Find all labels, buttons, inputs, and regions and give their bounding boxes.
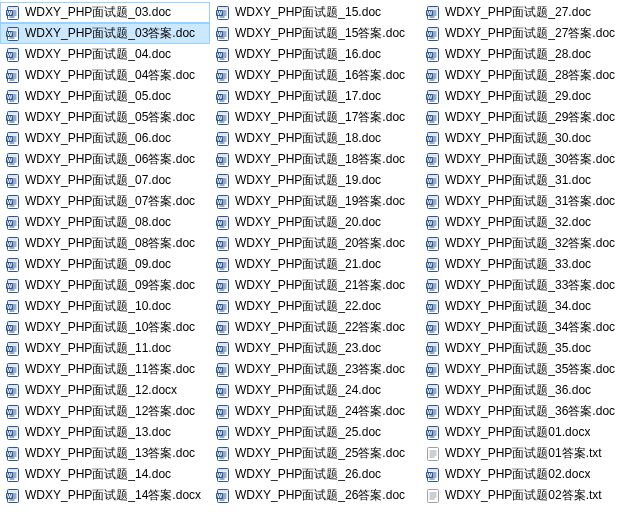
file-label: WDXY_PHP面试题_07.doc: [25, 172, 171, 189]
file-item[interactable]: WWDXY_PHP面试题_03答案.doc: [0, 23, 210, 44]
file-item[interactable]: WWDXY_PHP面试题_30.doc: [420, 128, 630, 149]
file-item[interactable]: WWDXY_PHP面试题_24.doc: [210, 380, 420, 401]
file-item[interactable]: WWDXY_PHP面试题_04.doc: [0, 44, 210, 65]
file-item[interactable]: WWDXY_PHP面试题_25.doc: [210, 422, 420, 443]
file-item[interactable]: WWDXY_PHP面试题01.docx: [420, 422, 630, 443]
file-label: WDXY_PHP面试题_28答案.doc: [445, 67, 615, 84]
file-item[interactable]: WWDXY_PHP面试题_34.doc: [420, 296, 630, 317]
file-item[interactable]: WWDXY_PHP面试题_23答案.doc: [210, 359, 420, 380]
svg-text:W: W: [7, 493, 13, 499]
file-item[interactable]: WWDXY_PHP面试题_18.doc: [210, 128, 420, 149]
word-doc-icon: W: [5, 236, 21, 252]
word-doc-icon: W: [425, 110, 441, 126]
file-item[interactable]: WWDXY_PHP面试题_31.doc: [420, 170, 630, 191]
file-item[interactable]: WWDXY_PHP面试题_26.doc: [210, 464, 420, 485]
file-item[interactable]: WWDXY_PHP面试题_19答案.doc: [210, 191, 420, 212]
file-item[interactable]: WWDXY_PHP面试题_31答案.doc: [420, 191, 630, 212]
file-item[interactable]: WWDXY_PHP面试题_12.docx: [0, 380, 210, 401]
file-item[interactable]: WWDXY_PHP面试题_06答案.doc: [0, 149, 210, 170]
file-item[interactable]: WWDXY_PHP面试题_08.doc: [0, 212, 210, 233]
file-item[interactable]: WWDXY_PHP面试题_07.doc: [0, 170, 210, 191]
file-item[interactable]: WWDXY_PHP面试题_27答案.doc: [420, 23, 630, 44]
file-item[interactable]: WWDXY_PHP面试题_33.doc: [420, 254, 630, 275]
svg-text:W: W: [7, 304, 13, 310]
file-item[interactable]: WWDXY_PHP面试题_23.doc: [210, 338, 420, 359]
word-doc-icon: W: [425, 215, 441, 231]
svg-text:W: W: [427, 10, 433, 16]
file-item[interactable]: WWDXY_PHP面试题_32.doc: [420, 212, 630, 233]
file-item[interactable]: WWDXY_PHP面试题_14.doc: [0, 464, 210, 485]
file-item[interactable]: WWDXY_PHP面试题_05.doc: [0, 86, 210, 107]
file-list-pane[interactable]: WWDXY_PHP面试题_03.docWWDXY_PHP面试题_03答案.doc…: [0, 0, 633, 515]
file-item[interactable]: WWDXY_PHP面试题_15.doc: [210, 2, 420, 23]
file-item[interactable]: WWDXY_PHP面试题_06.doc: [0, 128, 210, 149]
file-item[interactable]: WWDXY_PHP面试题_21.doc: [210, 254, 420, 275]
file-item[interactable]: WWDXY_PHP面试题_29.doc: [420, 86, 630, 107]
word-doc-icon: W: [215, 152, 231, 168]
file-item[interactable]: WWDXY_PHP面试题_16.doc: [210, 44, 420, 65]
word-doc-icon: W: [215, 341, 231, 357]
file-label: WDXY_PHP面试题_17答案.doc: [235, 109, 405, 126]
file-item[interactable]: WWDXY_PHP面试题_10.doc: [0, 296, 210, 317]
file-item[interactable]: WWDXY_PHP面试题_28答案.doc: [420, 65, 630, 86]
file-item[interactable]: WWDXY_PHP面试题_35答案.doc: [420, 359, 630, 380]
file-item[interactable]: WWDXY_PHP面试题_12答案.doc: [0, 401, 210, 422]
file-item[interactable]: WWDXY_PHP面试题_13.doc: [0, 422, 210, 443]
file-item[interactable]: WWDXY_PHP面试题_19.doc: [210, 170, 420, 191]
file-item[interactable]: WWDXY_PHP面试题_32答案.doc: [420, 233, 630, 254]
file-item[interactable]: WWDXY_PHP面试题_16答案.doc: [210, 65, 420, 86]
file-item[interactable]: WWDXY_PHP面试题_13答案.doc: [0, 443, 210, 464]
svg-text:W: W: [427, 73, 433, 79]
file-item[interactable]: WWDXY_PHP面试题_18答案.doc: [210, 149, 420, 170]
file-item[interactable]: WDXY_PHP面试题02答案.txt: [420, 485, 630, 506]
file-item[interactable]: WWDXY_PHP面试题_04答案.doc: [0, 65, 210, 86]
file-label: WDXY_PHP面试题_30.doc: [445, 130, 591, 147]
file-item[interactable]: WWDXY_PHP面试题_33答案.doc: [420, 275, 630, 296]
svg-text:W: W: [427, 94, 433, 100]
file-item[interactable]: WWDXY_PHP面试题_07答案.doc: [0, 191, 210, 212]
file-item[interactable]: WWDXY_PHP面试题_05答案.doc: [0, 107, 210, 128]
file-item[interactable]: WWDXY_PHP面试题_29答案.doc: [420, 107, 630, 128]
file-item[interactable]: WWDXY_PHP面试题_09答案.doc: [0, 275, 210, 296]
file-item[interactable]: WWDXY_PHP面试题_36答案.doc: [420, 401, 630, 422]
word-doc-icon: W: [425, 278, 441, 294]
file-item[interactable]: WWDXY_PHP面试题_35.doc: [420, 338, 630, 359]
file-item[interactable]: WWDXY_PHP面试题_11.doc: [0, 338, 210, 359]
file-item[interactable]: WWDXY_PHP面试题_03.doc: [0, 2, 210, 23]
file-item[interactable]: WWDXY_PHP面试题_08答案.doc: [0, 233, 210, 254]
file-item[interactable]: WWDXY_PHP面试题_10答案.doc: [0, 317, 210, 338]
file-item[interactable]: WWDXY_PHP面试题_27.doc: [420, 2, 630, 23]
file-item[interactable]: WWDXY_PHP面试题_17.doc: [210, 86, 420, 107]
file-item[interactable]: WWDXY_PHP面试题_36.doc: [420, 380, 630, 401]
file-item[interactable]: WWDXY_PHP面试题_20答案.doc: [210, 233, 420, 254]
file-item[interactable]: WWDXY_PHP面试题_17答案.doc: [210, 107, 420, 128]
file-item[interactable]: WWDXY_PHP面试题_25答案.doc: [210, 443, 420, 464]
word-doc-icon: W: [425, 320, 441, 336]
file-item[interactable]: WWDXY_PHP面试题_11答案.doc: [0, 359, 210, 380]
svg-text:W: W: [427, 220, 433, 226]
file-item[interactable]: WWDXY_PHP面试题_22答案.doc: [210, 317, 420, 338]
word-doc-icon: W: [425, 404, 441, 420]
file-item[interactable]: WWDXY_PHP面试题_21答案.doc: [210, 275, 420, 296]
file-item[interactable]: WWDXY_PHP面试题_34答案.doc: [420, 317, 630, 338]
file-item[interactable]: WWDXY_PHP面试题_20.doc: [210, 212, 420, 233]
file-item[interactable]: WWDXY_PHP面试题_15答案.doc: [210, 23, 420, 44]
file-label: WDXY_PHP面试题_04.doc: [25, 46, 171, 63]
file-item[interactable]: WWDXY_PHP面试题_09.doc: [0, 254, 210, 275]
file-item[interactable]: WWDXY_PHP面试题_30答案.doc: [420, 149, 630, 170]
word-doc-icon: W: [425, 299, 441, 315]
file-label: WDXY_PHP面试题_11答案.doc: [25, 361, 195, 378]
file-item[interactable]: WWDXY_PHP面试题_28.doc: [420, 44, 630, 65]
file-item[interactable]: WWDXY_PHP面试题_26答案.doc: [210, 485, 420, 506]
file-item[interactable]: WWDXY_PHP面试题_24答案.doc: [210, 401, 420, 422]
svg-text:W: W: [217, 73, 223, 79]
file-label: WDXY_PHP面试题_04答案.doc: [25, 67, 195, 84]
file-item[interactable]: WWDXY_PHP面试题_14答案.docx: [0, 485, 210, 506]
svg-text:W: W: [217, 262, 223, 268]
file-item[interactable]: WDXY_PHP面试题01答案.txt: [420, 443, 630, 464]
file-item[interactable]: WWDXY_PHP面试题_22.doc: [210, 296, 420, 317]
svg-text:W: W: [7, 31, 13, 37]
file-label: WDXY_PHP面试题_14.doc: [25, 466, 171, 483]
file-label: WDXY_PHP面试题01答案.txt: [445, 445, 602, 462]
file-item[interactable]: WWDXY_PHP面试题02.docx: [420, 464, 630, 485]
